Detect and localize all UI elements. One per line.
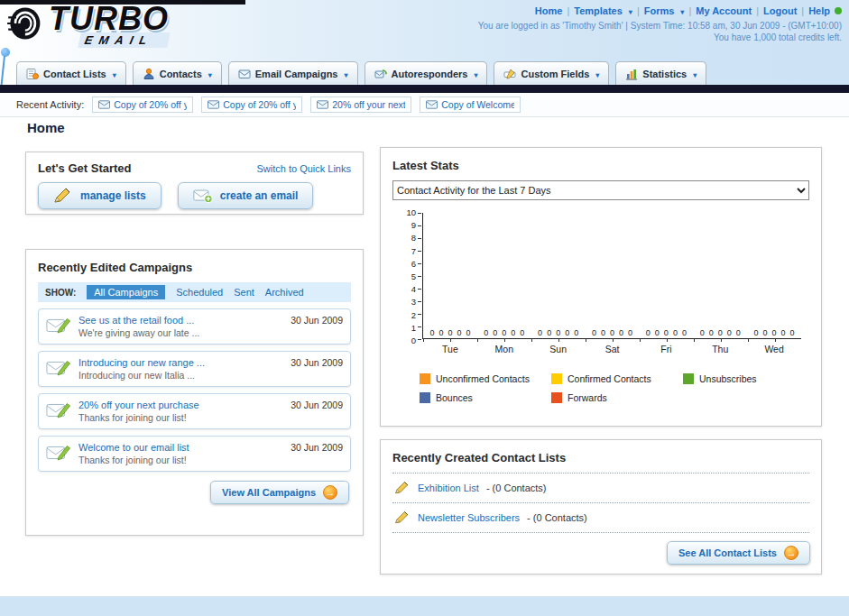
turbo-email-logo[interactable]: TURBO EMAIL: [5, 4, 169, 48]
footer-strip: [0, 596, 849, 616]
logo-turbo-text: TURBO: [49, 4, 169, 34]
switch-quick-links-link[interactable]: Switch to Quick Links: [256, 163, 351, 174]
recent-activity-item-label: 20% off your next: [332, 99, 405, 110]
tab-custom-fields[interactable]: Custom Fields: [494, 61, 609, 85]
arrow-right-icon: [323, 485, 337, 500]
nav-link-home[interactable]: Home: [535, 5, 563, 16]
tab-statistics[interactable]: Statistics: [615, 61, 706, 85]
legend-item: Confirmed Contacts: [551, 373, 683, 384]
filter-all-campaigns[interactable]: All Campaigns: [87, 285, 165, 299]
contact-list-row[interactable]: Exhibition List - (0 Contacts): [392, 473, 809, 503]
tab-contact-lists[interactable]: Contact Lists: [16, 61, 126, 85]
campaign-row[interactable]: Introducing our new range ... Introducin…: [38, 351, 351, 387]
recent-activity-item[interactable]: 20% off your next: [310, 97, 411, 113]
view-all-campaigns-button[interactable]: View All Campaigns: [210, 481, 349, 504]
envelope-pencil-icon: [46, 357, 71, 379]
credits-info: You have 1,000 total credits left.: [478, 32, 842, 42]
legend-label: Unsubscribes: [699, 373, 757, 384]
bar-value-label: 0: [655, 328, 660, 337]
pencil-icon: [53, 188, 73, 204]
recent-activity-item[interactable]: Copy of 20% off yo: [201, 97, 302, 113]
bar-value-label: 0: [709, 328, 714, 337]
bar-value-label: 0: [502, 328, 506, 337]
nav-link-help[interactable]: Help: [808, 5, 830, 16]
see-all-contact-lists-button[interactable]: See All Contact Lists: [667, 541, 810, 565]
recent-activity-item[interactable]: Copy of 20% off yo: [92, 97, 193, 113]
legend-item: Unsubscribes: [683, 373, 815, 384]
campaign-date: 30 Jun 2009: [291, 442, 343, 453]
y-axis-tick-label: 3: [411, 298, 416, 307]
campaign-row[interactable]: 20% off your next purchase Thanks for jo…: [38, 393, 351, 429]
bar-value-label: 0: [556, 328, 560, 337]
contact-list-row[interactable]: Newsletter Subscribers - (0 Contacts): [392, 503, 809, 533]
y-axis-tick-label: 9: [411, 221, 416, 230]
chart-category-group: 00000: [531, 328, 586, 338]
nav-link-logout[interactable]: Logout: [763, 5, 797, 16]
campaign-subtitle: Thanks for joining our list!: [78, 412, 283, 423]
campaign-subtitle: Thanks for joining our list!: [78, 455, 283, 465]
bar-value-label: 0: [610, 328, 614, 337]
tab-label: Contact Lists: [43, 69, 106, 79]
chevron-down-icon: [472, 69, 477, 79]
bar-value-label: 0: [448, 328, 452, 337]
legend-swatch: [420, 373, 430, 384]
tab-autoresponders[interactable]: Autoresponders: [365, 61, 488, 85]
chart-groups: 00000000000000000000000000000000000: [423, 213, 801, 338]
bar-value-label: 0: [646, 328, 651, 337]
legend-swatch: [683, 373, 694, 384]
nav-separator: [688, 5, 691, 16]
campaign-row[interactable]: Welcome to our email list Thanks for joi…: [38, 436, 351, 472]
campaign-title-link[interactable]: Welcome to our email list: [78, 442, 283, 453]
show-label: SHOW:: [45, 288, 76, 298]
see-all-contact-lists-label: See All Contact Lists: [678, 547, 777, 558]
legend-label: Confirmed Contacts: [568, 373, 651, 384]
nav-link-templates[interactable]: Templates: [574, 5, 623, 16]
chart-legend: Unconfirmed ContactsConfirmed ContactsUn…: [420, 373, 821, 403]
y-axis-tick-label: 2: [411, 311, 416, 320]
bar-value-label: 0: [484, 328, 488, 337]
nav-link-forms[interactable]: Forms: [644, 5, 675, 16]
campaign-row[interactable]: See us at the retail food ... We're givi…: [38, 308, 351, 345]
contact-list-name-link[interactable]: Newsletter Subscribers: [418, 512, 520, 523]
filter-archived[interactable]: Archived: [265, 287, 304, 298]
stats-range-select[interactable]: Contact Activity for the Last 7 Days: [392, 180, 809, 200]
legend-swatch: [420, 392, 430, 403]
chevron-down-icon: [691, 69, 697, 79]
header-top-right: Home Templates Forms My Account Logout H…: [478, 5, 842, 42]
chart-category-group: 00000: [639, 328, 693, 338]
campaign-title-link[interactable]: See us at the retail food ...: [78, 315, 283, 326]
recent-activity-bar: Recent Activity: Copy of 20% off yo Copy…: [0, 93, 849, 117]
filter-scheduled[interactable]: Scheduled: [176, 287, 223, 298]
recent-activity-item[interactable]: Copy of Welcome to: [420, 97, 521, 113]
create-email-button[interactable]: create an email: [178, 182, 314, 209]
pencil-icon: [394, 481, 411, 495]
bar-value-label: 0: [565, 328, 569, 337]
envelope-icon: [208, 100, 219, 109]
manage-lists-button[interactable]: manage lists: [38, 182, 161, 209]
campaign-text: Introducing our new range ... Introducin…: [78, 357, 283, 381]
campaign-title-link[interactable]: 20% off your next purchase: [78, 400, 283, 410]
latest-stats-title: Latest Stats: [392, 159, 459, 172]
logo-email-text: EMAIL: [78, 32, 171, 48]
pencil-icon: [394, 510, 411, 525]
chart-x-ticks: [423, 338, 801, 342]
bar-value-label: 0: [781, 328, 786, 337]
top-nav: Home Templates Forms My Account Logout H…: [478, 5, 842, 16]
filter-sent[interactable]: Sent: [234, 287, 254, 298]
x-axis-label: Sun: [531, 344, 586, 354]
bar-value-label: 0: [538, 328, 542, 337]
tab-contacts[interactable]: Contacts: [133, 61, 222, 85]
recent-activity-item-label: Copy of 20% off yo: [114, 99, 187, 110]
autoresponders-icon: [374, 68, 387, 80]
contact-list-name-link[interactable]: Exhibition List: [418, 483, 479, 493]
legend-item: Bounces: [420, 392, 551, 403]
chart-category-group: 00000: [477, 328, 531, 338]
tab-label: Autoresponders: [392, 69, 468, 79]
bar-value-label: 0: [673, 328, 678, 337]
nav-link-my-account[interactable]: My Account: [696, 5, 752, 16]
chart-y-ticks: [418, 213, 421, 341]
campaign-title-link[interactable]: Introducing our new range ...: [78, 357, 283, 368]
x-axis-label: Sat: [586, 344, 640, 354]
recent-activity-item-label: Copy of Welcome to: [441, 99, 514, 110]
tab-email-campaigns[interactable]: Email Campaigns: [228, 61, 358, 85]
